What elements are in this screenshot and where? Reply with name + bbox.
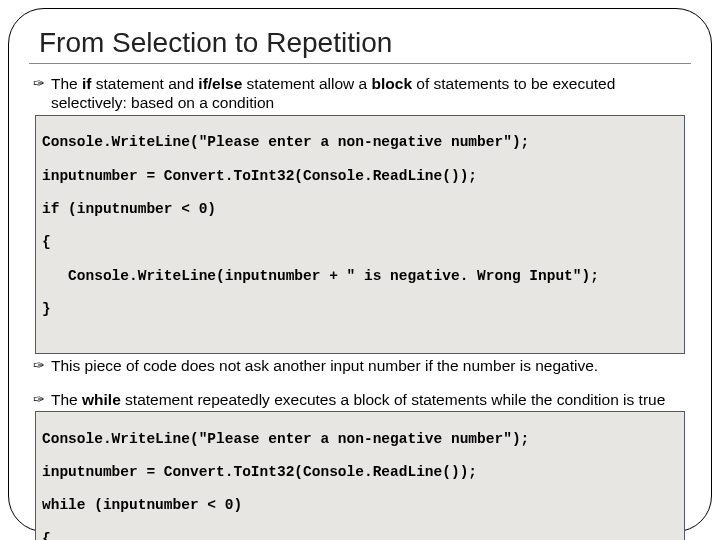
code-line: { — [42, 234, 680, 251]
t: The — [51, 391, 82, 408]
bullet-icon: ✑ — [33, 357, 45, 375]
bullet-2-text: This piece of code does not ask another … — [51, 356, 691, 375]
slide-frame: From Selection to Repetition ✑ The if st… — [8, 8, 712, 532]
code-line: if (inputnumber < 0) — [42, 201, 680, 218]
bullet-3: ✑ The while statement repeatedly execute… — [33, 390, 691, 409]
code-line: Console.WriteLine("Please enter a non-ne… — [42, 431, 680, 448]
code-line: inputnumber = Convert.ToInt32(Console.Re… — [42, 464, 680, 481]
bullet-1: ✑ The if statement and if/else statement… — [33, 74, 691, 113]
code-line: Console.WriteLine(inputnumber + " is neg… — [42, 268, 680, 285]
title-divider — [29, 63, 691, 64]
t: statement and — [91, 75, 198, 92]
t: The — [51, 75, 82, 92]
slide-title: From Selection to Repetition — [39, 27, 691, 59]
code-line: while (inputnumber < 0) — [42, 497, 680, 514]
t: statement repeatedly executes a block of… — [121, 391, 666, 408]
code-block-if: Console.WriteLine("Please enter a non-ne… — [35, 115, 685, 354]
t: while — [82, 391, 121, 408]
t: statement allow a — [242, 75, 371, 92]
bullet-1-text: The if statement and if/else statement a… — [51, 74, 691, 113]
bullet-2: ✑ This piece of code does not ask anothe… — [33, 356, 691, 375]
bullet-icon: ✑ — [33, 391, 45, 409]
bullet-icon: ✑ — [33, 75, 45, 93]
code-line: inputnumber = Convert.ToInt32(Console.Re… — [42, 168, 680, 185]
t: if/else — [198, 75, 242, 92]
code-block-while: Console.WriteLine("Please enter a non-ne… — [35, 411, 685, 540]
bullet-3-text: The while statement repeatedly executes … — [51, 390, 691, 409]
code-line: { — [42, 531, 680, 540]
code-line: } — [42, 301, 680, 318]
t: block — [372, 75, 412, 92]
spacer — [29, 378, 691, 388]
code-line: Console.WriteLine("Please enter a non-ne… — [42, 134, 680, 151]
